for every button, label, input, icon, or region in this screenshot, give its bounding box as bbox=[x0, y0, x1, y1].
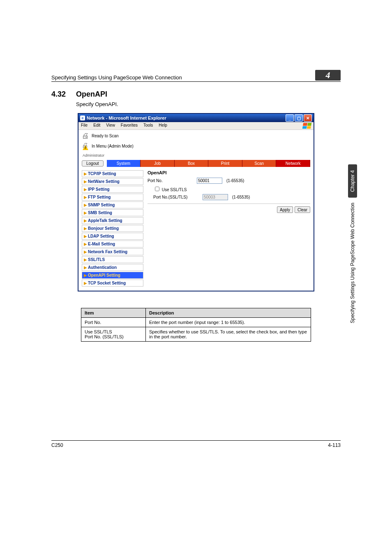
chapter-pill: Chapter 4 bbox=[348, 164, 357, 198]
sidebar-item-label: AppleTalk Setting bbox=[88, 218, 122, 223]
port-input[interactable] bbox=[197, 178, 222, 184]
windows-flag-icon bbox=[302, 123, 311, 129]
window-title: Network - Microsoft Internet Explorer bbox=[87, 116, 284, 120]
table-cell-desc: Specifies whether to use SSL/TLS. To use… bbox=[146, 327, 311, 342]
panel-heading: OpenAPI bbox=[148, 170, 310, 175]
sidebar-item-label: SSL/TLS bbox=[88, 257, 105, 262]
menu-tools[interactable]: Tools bbox=[143, 123, 153, 129]
table-head-desc: Description bbox=[146, 308, 311, 318]
sidebar-item-tcpsocket[interactable]: ▶TCP Socket Setting bbox=[82, 280, 143, 287]
chevron-right-icon: ▶ bbox=[84, 226, 87, 231]
menu-edit[interactable]: Edit bbox=[93, 123, 100, 129]
ssl-port-range: (1-65535) bbox=[232, 195, 250, 199]
sidebar-item-snmp[interactable]: ▶SNMP Setting bbox=[82, 201, 143, 208]
chevron-right-icon: ▶ bbox=[84, 234, 87, 238]
sidebar-item-label: Network Fax Setting bbox=[88, 250, 127, 254]
sidebar-item-appletalk[interactable]: ▶AppleTalk Setting bbox=[82, 217, 143, 224]
sidebar-item-netware[interactable]: ▶NetWare Setting bbox=[82, 178, 143, 185]
footer-right: 4-113 bbox=[328, 442, 341, 448]
sidebar-item-openapi[interactable]: ▶OpenAPI Setting bbox=[82, 272, 143, 279]
sidebar-item-label: TCP/IP Setting bbox=[88, 171, 116, 176]
sidebar-item-label: IPP Setting bbox=[88, 187, 110, 192]
status-line1: Ready to Scan bbox=[92, 134, 119, 139]
minimize-button[interactable]: _ bbox=[286, 114, 294, 122]
chevron-right-icon: ▶ bbox=[84, 195, 87, 199]
ssl-port-label: Port No.(SSL/TLS) bbox=[148, 195, 198, 199]
sidebar-item-ssltls[interactable]: ▶SSL/TLS bbox=[82, 256, 143, 263]
status-strip: 🖨 Ready to Scan bbox=[78, 130, 314, 142]
table-row: Use SSL/TLS Port No. (SSL/TLS) Specifies… bbox=[81, 327, 311, 342]
sidebar-item-label: Authentication bbox=[88, 265, 117, 270]
menubar: File Edit View Favorites Tools Help bbox=[78, 122, 314, 130]
port-range: (1-65535) bbox=[226, 178, 244, 183]
clear-button[interactable]: Clear bbox=[295, 206, 310, 213]
section-title: OpenAPI bbox=[76, 90, 107, 99]
sidebar-item-ipp[interactable]: ▶IPP Setting bbox=[82, 186, 143, 193]
sidebar: ▶TCP/IP Setting ▶NetWare Setting ▶IPP Se… bbox=[82, 170, 143, 287]
sidebar-item-bonjour[interactable]: ▶Bonjour Setting bbox=[82, 225, 143, 232]
sidebar-item-authentication[interactable]: ▶Authentication bbox=[82, 264, 143, 271]
sidebar-item-label: Bonjour Setting bbox=[88, 226, 119, 231]
sidebar-item-label: E-Mail Setting bbox=[88, 242, 115, 246]
chevron-right-icon: ▶ bbox=[84, 242, 87, 246]
menu-help[interactable]: Help bbox=[159, 123, 167, 129]
menu-view[interactable]: View bbox=[106, 123, 115, 129]
sidebar-item-label: LDAP Setting bbox=[88, 234, 114, 238]
chevron-right-icon: ▶ bbox=[84, 187, 87, 192]
tab-scan[interactable]: Scan bbox=[242, 160, 277, 167]
table-head-item: Item bbox=[81, 308, 146, 318]
chevron-right-icon: ▶ bbox=[84, 281, 87, 285]
sidebar-item-label: SNMP Setting bbox=[88, 203, 115, 207]
openapi-panel: OpenAPI Port No. (1-65535) Use SSL/TLS bbox=[148, 170, 310, 287]
sidebar-item-tcpip[interactable]: ▶TCP/IP Setting bbox=[82, 170, 143, 177]
ie-window: e Network - Microsoft Internet Explorer … bbox=[78, 113, 314, 291]
tab-network[interactable]: Network bbox=[276, 160, 310, 167]
side-vertical-text: Specifying Settings Using PageScope Web … bbox=[348, 199, 357, 327]
sidebar-item-label: TCP Socket Setting bbox=[88, 281, 126, 285]
admin-label: Administrator bbox=[78, 153, 314, 158]
chevron-right-icon: ▶ bbox=[84, 257, 87, 262]
page-header-badge: 4 bbox=[315, 70, 341, 81]
tab-print[interactable]: Print bbox=[208, 160, 242, 167]
chevron-right-icon: ▶ bbox=[84, 210, 87, 215]
section-number: 4.32 bbox=[51, 90, 69, 99]
footer-left: C250 bbox=[51, 442, 63, 448]
port-label: Port No. bbox=[148, 178, 193, 183]
tab-box[interactable]: Box bbox=[175, 160, 209, 167]
sidebar-item-label: FTP Setting bbox=[88, 195, 111, 199]
table-cell-item: Use SSL/TLS Port No. (SSL/TLS) bbox=[81, 327, 146, 342]
sidebar-item-networkfax[interactable]: ▶Network Fax Setting bbox=[82, 248, 143, 255]
printer-icon: 🖨 bbox=[82, 132, 89, 140]
table-row: Port No. Enter the port number (input ra… bbox=[81, 318, 311, 327]
chevron-right-icon: ▶ bbox=[84, 203, 87, 207]
tab-job[interactable]: Job bbox=[141, 160, 175, 167]
ie-icon: e bbox=[80, 116, 85, 120]
sidebar-item-smb[interactable]: ▶SMB Setting bbox=[82, 209, 143, 216]
window-titlebar: e Network - Microsoft Internet Explorer … bbox=[78, 114, 314, 122]
chevron-right-icon: ▶ bbox=[84, 265, 87, 270]
section-body-text: Specify OpenAPI. bbox=[76, 101, 341, 107]
sidebar-item-ftp[interactable]: ▶FTP Setting bbox=[82, 194, 143, 201]
use-ssl-label: Use SSL/TLS bbox=[162, 187, 187, 192]
apply-button[interactable]: Apply bbox=[277, 206, 293, 213]
logout-button[interactable]: Logout bbox=[82, 160, 104, 166]
chevron-right-icon: ▶ bbox=[84, 273, 87, 278]
table-cell-desc: Enter the port number (input range: 1 to… bbox=[146, 318, 311, 327]
use-ssl-checkbox[interactable] bbox=[155, 187, 159, 191]
sidebar-item-email[interactable]: ▶E-Mail Setting bbox=[82, 240, 143, 247]
menu-favorites[interactable]: Favorites bbox=[121, 123, 138, 129]
tabbar: System Job Box Print Scan Network bbox=[107, 160, 310, 167]
warning-icon: 🖨 bbox=[82, 142, 89, 151]
maximize-button[interactable]: ▢ bbox=[295, 114, 303, 122]
page-header-title: Specifying Settings Using PageScope Web … bbox=[51, 74, 315, 81]
sidebar-item-label: NetWare Setting bbox=[88, 179, 120, 184]
chevron-right-icon: ▶ bbox=[84, 171, 87, 176]
tab-system[interactable]: System bbox=[107, 160, 141, 167]
sidebar-item-ldap[interactable]: ▶LDAP Setting bbox=[82, 233, 143, 240]
ssl-port-input[interactable] bbox=[203, 194, 228, 200]
status-line2: In Menu (Admin Mode) bbox=[92, 144, 134, 149]
menu-file[interactable]: File bbox=[81, 123, 88, 129]
close-button[interactable]: ✕ bbox=[304, 114, 312, 122]
table-cell-item: Port No. bbox=[81, 318, 146, 327]
sidebar-item-label: OpenAPI Setting bbox=[88, 273, 120, 278]
